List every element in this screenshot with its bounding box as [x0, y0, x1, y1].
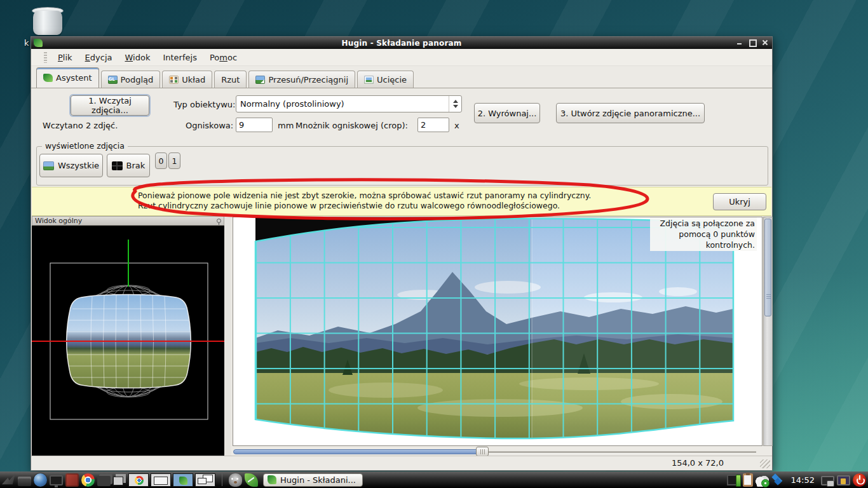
web-globe-icon[interactable]	[34, 473, 47, 487]
group-title: wyświetlone zdjęcia	[42, 141, 128, 151]
dropbox-icon[interactable]	[771, 473, 785, 487]
screen-lock-icon[interactable]	[837, 475, 850, 485]
chrome-icon[interactable]	[81, 473, 95, 487]
clipboard-icon[interactable]	[743, 473, 753, 487]
hide-button[interactable]: Ukryj	[713, 193, 766, 210]
show-all-button[interactable]: Wszystkie	[39, 154, 103, 177]
hugin-window-icon	[179, 477, 187, 485]
menu-edycja[interactable]: Edycja	[79, 51, 118, 64]
displayed-images-group: wyświetlone zdjęcia Wszystkie Brak 0 1	[36, 146, 768, 186]
slider-filled-track[interactable]	[233, 449, 480, 454]
overview-header[interactable]: Widok ogólny	[32, 216, 224, 226]
vertical-scrollbar-thumb[interactable]	[764, 219, 771, 316]
maximize-icon[interactable]	[749, 39, 756, 46]
taskbar: Hugin - Składani... 14:52	[0, 471, 868, 488]
cloud-sync-icon[interactable]	[756, 473, 769, 487]
crop-icon	[364, 76, 374, 84]
show-none-button[interactable]: Brak	[107, 154, 150, 177]
slider-track[interactable]	[482, 451, 756, 453]
crop-unit: x	[454, 121, 459, 130]
workspace-1[interactable]	[128, 473, 149, 487]
tab-asystent[interactable]: Asystent	[36, 67, 99, 88]
chrome-window-icon	[135, 476, 144, 485]
network-display-icon[interactable]	[727, 475, 740, 485]
menu-pomoc[interactable]: Pomoc	[204, 51, 243, 64]
trash-label: k	[24, 38, 29, 48]
loaded-status: Wczytano 2 zdjęć.	[43, 121, 118, 130]
move-drag-icon	[255, 76, 265, 84]
trash-icon[interactable]	[29, 6, 66, 35]
lens-type-select[interactable]: Normalny (prostoliniowy)	[236, 95, 462, 112]
gl-preview-icon: GL	[108, 76, 118, 84]
lens-type-label: Typ obiektywu:	[173, 100, 235, 109]
tab-podglad[interactable]: GL Podgląd	[101, 71, 161, 88]
taskbar-clock: 14:52	[787, 475, 818, 485]
spinner-icon	[449, 96, 461, 112]
trash-body-icon	[33, 11, 62, 35]
tab-bar: Asystent GL Podgląd Układ Rzut Przesuń/P…	[31, 66, 772, 88]
file-manager-icon[interactable]	[18, 477, 31, 486]
gimp-icon[interactable]	[229, 473, 242, 487]
create-panorama-button[interactable]: 3. Utwórz zdjęcie panoramiczne...	[556, 103, 705, 123]
screenshot-icon[interactable]	[821, 476, 834, 485]
package-manager-icon[interactable]	[65, 473, 79, 487]
focal-label: Ogniskowa:	[186, 121, 233, 130]
leafpad-icon[interactable]	[245, 473, 258, 487]
power-icon[interactable]	[853, 473, 866, 487]
all-images-icon	[43, 161, 54, 170]
panorama-preview-panel: Zdjęcia są połączone za pomocą 0 punktów…	[231, 216, 773, 457]
crop-input[interactable]	[417, 118, 449, 132]
menu-interfejs[interactable]: Interfejs	[157, 51, 202, 64]
panorama-canvas[interactable]: Zdjęcia są połączone za pomocą 0 punktów…	[233, 217, 763, 446]
projection-infobar: Ponieważ pionowe pole widzenia nie jest …	[32, 187, 771, 216]
layout-grid-icon	[169, 76, 179, 84]
control-points-message: Zdjęcia są połączone za pomocą 0 punktów…	[650, 217, 757, 251]
image-toggle-0[interactable]: 0	[155, 152, 167, 169]
two-windows-icon	[198, 478, 207, 484]
lens-type-value: Normalny (prostoliniowy)	[236, 99, 449, 109]
tab-przesun[interactable]: Przesuń/Przeciągnij	[248, 71, 355, 88]
tab-divider	[31, 88, 772, 88]
app-menu-icon[interactable]	[2, 473, 15, 487]
minimize-icon[interactable]	[736, 39, 743, 46]
panel-splitter[interactable]	[224, 216, 231, 457]
hugin-task-button[interactable]: Hugin - Składani...	[263, 473, 363, 487]
load-images-button[interactable]: 1. Wczytaj zdjęcia...	[71, 95, 149, 116]
overview-panel: Widok ogólny	[32, 216, 224, 457]
window-stack-icon[interactable]	[113, 477, 123, 485]
workspace-2[interactable]	[151, 473, 171, 487]
title-bar[interactable]: Hugin - Składanie panoram	[31, 37, 772, 49]
vertical-scrollbar[interactable]	[763, 217, 773, 446]
align-button[interactable]: 2. Wyrównaj...	[474, 103, 540, 123]
window-title: Hugin - Składanie panoram	[31, 39, 772, 48]
image-toggle-1[interactable]: 1	[168, 152, 180, 169]
close-icon[interactable]	[761, 39, 768, 46]
menu-bar: Plik Edycja Widok Interfejs Pomoc	[31, 49, 772, 66]
tab-rzut[interactable]: Rzut	[214, 71, 247, 88]
workspace-pager	[128, 473, 215, 487]
hugin-task-icon	[268, 475, 276, 484]
desktop: k Hugin - Składanie panoram Plik Edycja …	[0, 0, 868, 488]
window-icon	[154, 477, 168, 485]
menu-plik[interactable]: Plik	[52, 51, 78, 64]
hugin-window: Hugin - Składanie panoram Plik Edycja Wi…	[31, 36, 773, 471]
infobar-message: Ponieważ pionowe pole widzenia nie jest …	[138, 191, 591, 211]
focal-input[interactable]	[236, 118, 273, 132]
panorama-size-value: 154,0 x 72,0	[672, 458, 724, 468]
status-bar: 154,0 x 72,0	[31, 456, 772, 470]
resize-grip[interactable]	[760, 459, 770, 468]
workspace-4[interactable]	[195, 473, 215, 487]
crop-label: Mnożnik ogniskowej (crop):	[295, 121, 408, 130]
tab-uciecie[interactable]: Ucięcie	[357, 71, 414, 88]
overview-3d-canvas[interactable]	[32, 226, 224, 457]
tab-uklad[interactable]: Układ	[162, 71, 212, 88]
menu-widok[interactable]: Widok	[119, 51, 156, 64]
workspace-3-active[interactable]	[173, 473, 193, 487]
display-icon[interactable]	[50, 475, 63, 485]
slider-thumb[interactable]	[476, 447, 489, 456]
taskbar-separator	[222, 473, 222, 486]
focal-unit: mm	[278, 121, 294, 130]
pin-icon[interactable]	[217, 219, 221, 223]
documents-icon[interactable]	[97, 476, 111, 486]
no-images-icon	[112, 161, 123, 170]
